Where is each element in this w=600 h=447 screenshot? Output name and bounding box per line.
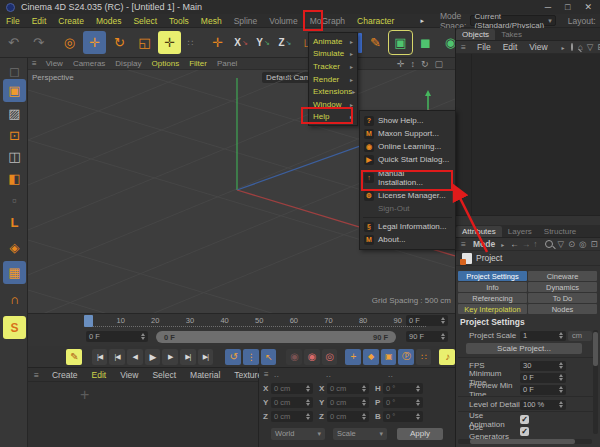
btn-info[interactable]: Info	[458, 282, 527, 292]
use-generators-checkbox[interactable]: ✓	[520, 427, 529, 436]
object-list[interactable]	[456, 54, 600, 216]
polygon-mode-icon[interactable]: ◧	[3, 167, 26, 190]
level-of-detail-field[interactable]: 100 %	[520, 400, 566, 410]
btn-dynamics[interactable]: Dynamics	[528, 282, 597, 292]
attributes-horizontal-scrollbar[interactable]	[458, 439, 592, 444]
menu-select[interactable]: Select	[127, 16, 163, 26]
menu-item-animate[interactable]: Animate▸	[309, 35, 357, 48]
prev-key-button[interactable]: |◀	[109, 349, 125, 365]
viewport-maximize-icon[interactable]: ▢	[434, 59, 443, 69]
use-animation-checkbox[interactable]: ✓	[520, 415, 529, 424]
search-icon[interactable]	[545, 240, 553, 248]
next-key-button[interactable]: ▶|	[180, 349, 196, 365]
viewport-zoom-icon[interactable]: ↕	[410, 59, 415, 69]
preview-range-slider[interactable]: 0 F 90 F	[156, 331, 396, 343]
world-dropdown[interactable]: World ▾	[271, 428, 325, 440]
loop-mode-icon[interactable]: ↺	[225, 349, 241, 365]
minimum-time-field[interactable]: 0 F	[520, 373, 566, 383]
menu-mograph[interactable]: MoGraph	[304, 16, 351, 26]
btn-referencing[interactable]: Referencing	[458, 293, 527, 303]
z-axis-lock-button[interactable]: Z↘	[275, 33, 295, 53]
key-scale-icon[interactable]: ◆	[363, 349, 379, 365]
forward-icon[interactable]: →	[522, 239, 531, 249]
menu-item-maxon-support[interactable]: MMaxon Support...	[360, 127, 455, 140]
menu-tools[interactable]: Tools	[163, 16, 195, 26]
project-scale-field[interactable]: 1	[520, 331, 566, 341]
hamburger-icon[interactable]: ≡	[28, 370, 45, 380]
rotate-tool-icon[interactable]: ↻	[108, 31, 131, 54]
viewport-pan-icon[interactable]: ✛	[397, 59, 405, 69]
project-scale-unit-dropdown[interactable]: cm	[568, 331, 592, 341]
y-axis-lock-button[interactable]: Y↘	[253, 33, 273, 53]
tab-attributes[interactable]: Attributes	[456, 226, 502, 237]
snap-s-icon[interactable]: S	[3, 316, 26, 339]
menu-spline[interactable]: Spline	[228, 16, 264, 26]
next-frame-button[interactable]: ▶	[162, 349, 178, 365]
mat-menu-edit[interactable]: Edit	[84, 370, 113, 380]
dim-mode-icon[interactable]: ▫	[3, 189, 26, 212]
obj-menu-edit[interactable]: Edit	[497, 42, 524, 52]
menu-mesh[interactable]: Mesh	[195, 16, 228, 26]
vp-menu-view[interactable]: View	[41, 59, 68, 68]
point-mode-icon[interactable]: ⊡	[3, 124, 26, 147]
menu-item-extensions[interactable]: Extensions▸	[309, 85, 357, 98]
back-icon[interactable]: ←	[510, 239, 519, 249]
btn-nodes[interactable]: Nodes	[528, 304, 597, 314]
menu-item-quick-start[interactable]: ▶Quick Start Dialog...	[360, 153, 455, 166]
menu-item-sign-out[interactable]: Sign-Out	[360, 202, 455, 215]
add-material-icon[interactable]: +	[80, 386, 89, 404]
current-frame-field[interactable]: 0 F	[406, 315, 448, 326]
new-window-icon[interactable]: ⊡	[591, 239, 598, 249]
viewport-rotate-icon[interactable]: ↻	[421, 59, 429, 69]
menu-create[interactable]: Create	[52, 16, 90, 26]
snap-move-tool-icon[interactable]: ✛	[158, 31, 181, 54]
size-y-field[interactable]: 0 cm	[327, 397, 369, 408]
pos-x-field[interactable]: 0 cm	[271, 383, 313, 394]
size-x-field[interactable]: 0 cm	[327, 383, 369, 394]
model-mode-icon[interactable]: ▣	[3, 79, 26, 102]
apply-button[interactable]: Apply	[397, 428, 443, 440]
goto-end-button[interactable]: ▶|	[198, 349, 214, 365]
hamburger-icon[interactable]: ≡	[28, 59, 41, 68]
edit-primitive-icon[interactable]: ▣	[389, 31, 412, 54]
workplane-icon[interactable]: L	[3, 211, 26, 234]
position-header[interactable]: ‥	[274, 370, 326, 379]
magnet-snap-icon[interactable]: ∩	[3, 288, 26, 311]
menu-item-window[interactable]: Window▸	[309, 98, 357, 111]
hamburger-icon[interactable]: ≡	[259, 370, 274, 379]
menu-item-manual-installation[interactable]: ↑Manual Installation...	[360, 171, 455, 184]
key-rotation-icon[interactable]: ▣	[381, 349, 397, 365]
arrow-right-icon[interactable]: ▸	[501, 241, 504, 248]
key-param-icon[interactable]: Ⓟ	[398, 349, 414, 365]
hamburger-icon[interactable]: ≡	[456, 42, 471, 52]
obj-menu-file[interactable]: File	[471, 42, 497, 52]
mat-menu-select[interactable]: Select	[145, 370, 183, 380]
x-axis-lock-button[interactable]: X↘	[231, 33, 251, 53]
move-tool-icon[interactable]: ✛	[83, 31, 106, 54]
pos-y-field[interactable]: 0 cm	[271, 397, 313, 408]
prev-frame-button[interactable]: ◀	[127, 349, 143, 365]
menu-item-license-manager[interactable]: ⚙License Manager...	[360, 189, 455, 202]
vp-menu-filter[interactable]: Filter	[184, 59, 212, 68]
rot-h-field[interactable]: 0 °	[383, 383, 423, 394]
mini-tool-icon[interactable]: ∷	[183, 35, 198, 50]
maximize-button[interactable]: □	[565, 2, 570, 12]
scale-project-button[interactable]: Scale Project...	[466, 343, 582, 354]
attributes-vertical-scrollbar[interactable]	[593, 330, 598, 434]
history-circle-icon[interactable]: ◎	[579, 239, 586, 249]
vp-menu-panel[interactable]: Panel	[212, 59, 242, 68]
menu-overflow-arrow-icon[interactable]: ▸	[414, 17, 430, 25]
timeline-playhead[interactable]	[84, 315, 93, 327]
filter-funnel-icon[interactable]: ▽	[557, 239, 564, 249]
scale-dropdown[interactable]: Scale ▾	[333, 428, 387, 440]
menu-modes[interactable]: Modes	[90, 16, 128, 26]
tab-structure[interactable]: Structure	[538, 226, 582, 237]
pen-tool-icon[interactable]: ✎	[364, 31, 387, 54]
menu-item-online-learning[interactable]: ◉Online Learning...	[360, 140, 455, 153]
pos-z-field[interactable]: 0 cm	[271, 411, 313, 422]
edge-mode-icon[interactable]: ◫	[3, 145, 26, 168]
sound-icon[interactable]: ♪	[439, 349, 455, 365]
rot-p-field[interactable]: 0 °	[383, 397, 423, 408]
mode-menu[interactable]: Mode	[471, 239, 497, 249]
mat-menu-view[interactable]: View	[113, 370, 145, 380]
